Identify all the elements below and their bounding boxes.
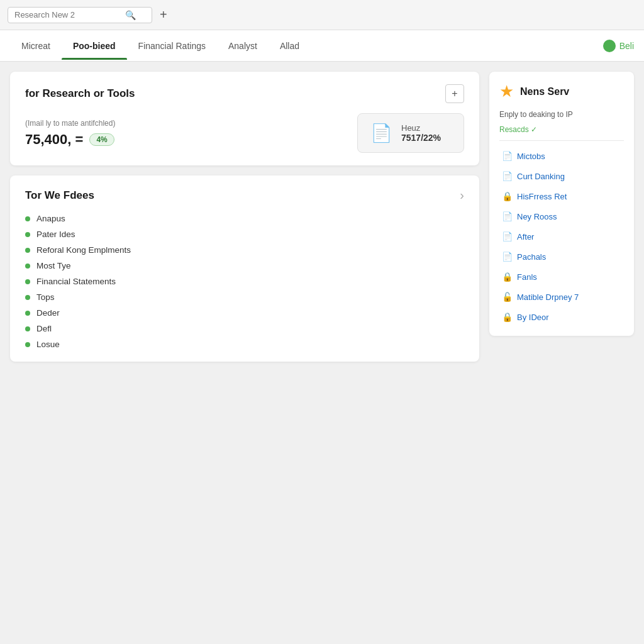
sidebar-link-label: Curt Danking (517, 172, 565, 181)
sidebar-link-item[interactable]: 🔒By IDeor (499, 308, 624, 326)
card2-title: Tor We Fdees (25, 189, 94, 202)
card1-action-button[interactable]: + (445, 84, 464, 103)
chevron-right-icon[interactable]: › (460, 188, 464, 203)
sidebar-brand: ★ Nens Serv (499, 82, 624, 101)
brand-desc: Enply to deaking to IP (499, 109, 624, 120)
card2-header: Tor We Fdees › (25, 188, 464, 203)
tab-analyst[interactable]: Analyst (217, 32, 269, 60)
bullet-icon (25, 216, 30, 221)
list-item: Deder (25, 308, 464, 318)
search-icon: 🔍 (125, 10, 136, 20)
main-layout: for Research or Tools + (Imail ly to mat… (0, 62, 644, 643)
bullet-icon (25, 326, 30, 331)
list-item: Pater Ides (25, 230, 464, 239)
search-tab: 🔍 (8, 7, 152, 23)
list-item-label: Tops (36, 292, 55, 302)
sidebar-link-item[interactable]: 📄Ney Rooss (499, 208, 624, 225)
list-item-label: Reforal Kong Emplments (36, 245, 131, 255)
list-item-label: Most Tye (36, 261, 71, 270)
sidebar-link-label: Fanls (517, 272, 537, 282)
list-item: Reforal Kong Emplments (25, 245, 464, 255)
sidebar-link-label: Mictobs (517, 152, 545, 161)
brand-check: Resacds ✓ (499, 125, 624, 134)
tab-poo-bieed[interactable]: Poo-bieed (62, 32, 127, 60)
list-item-label: Anapus (36, 214, 65, 223)
list-item: Most Tye (25, 261, 464, 270)
sidebar-link-item[interactable]: 📄Mictobs (499, 147, 624, 165)
left-column: for Research or Tools + (Imail ly to mat… (10, 72, 479, 633)
doc-icon: 📄 (502, 252, 512, 262)
list-item-label: Losue (36, 340, 60, 349)
status-circle-icon: ▶ (603, 40, 616, 52)
sidebar-link-label: Pachals (517, 252, 546, 262)
bullet-icon (25, 311, 30, 316)
lock-icon: 🔒 (502, 312, 512, 322)
sidebar-link-label: After (517, 232, 534, 242)
bullet-icon (25, 342, 30, 347)
metric-right-label: Heuz (401, 123, 441, 133)
metric-right-text: Heuz 7517/22% (401, 123, 441, 143)
sidebar-link-item[interactable]: 🔒HisFrress Ret (499, 187, 624, 205)
lock-icon: 🔒 (502, 272, 512, 282)
search-input[interactable] (14, 10, 121, 19)
doc-icon: 📄 (502, 211, 512, 221)
sidebar-link-item[interactable]: 🔒Fanls (499, 268, 624, 286)
card-research-tools: for Research or Tools + (Imail ly to mat… (10, 72, 479, 165)
metric-value-row: 75,400, = 4% (25, 131, 345, 148)
bullet-icon (25, 279, 30, 284)
sidebar-link-item[interactable]: 📄After (499, 228, 624, 245)
list-item: Tops (25, 292, 464, 302)
bullet-icon (25, 248, 30, 253)
metric-block-left: (Imail ly to mate antifchled) 75,400, = … (25, 119, 345, 148)
top-bar: 🔍 + (0, 0, 644, 30)
brand-name: Nens Serv (520, 86, 569, 97)
sidebar-link-item[interactable]: 📄Pachals (499, 248, 624, 265)
card1-title: for Research or Tools (25, 87, 135, 100)
metric-badge: 4% (89, 133, 114, 146)
sidebar-divider (499, 140, 624, 141)
sidebar-link-label: HisFrress Ret (517, 192, 567, 201)
doc-icon: 📄 (502, 171, 512, 181)
sidebar-link-label: By IDeor (517, 313, 549, 322)
lock-icon: 🔒 (502, 191, 512, 201)
metrics-row: (Imail ly to mate antifchled) 75,400, = … (25, 113, 464, 153)
metric-right-value: 7517/22% (401, 133, 441, 143)
list-item: Anapus (25, 214, 464, 223)
card1-header: for Research or Tools + (25, 84, 464, 103)
list-item: Defl (25, 324, 464, 333)
right-sidebar: ★ Nens Serv Enply to deaking to IP Resac… (489, 72, 634, 633)
bullet-icon (25, 232, 30, 237)
nav-right: ▶ Beli (603, 40, 634, 52)
tab-financial-ratings[interactable]: Financial Ratings (127, 32, 217, 60)
card-tor-we-fdees: Tor We Fdees › AnapusPater IdesReforal K… (10, 175, 479, 362)
list-item-label: Financial Statements (36, 277, 116, 286)
list-item: Losue (25, 340, 464, 349)
metric-value: 75,400, = (25, 131, 83, 148)
sidebar-link-label: Matible Drpney 7 (517, 292, 579, 302)
sidebar-link-label: Ney Rooss (517, 212, 557, 221)
doc-icon: 📄 (502, 231, 512, 242)
document-icon: 📄 (370, 123, 392, 143)
metric-label: (Imail ly to mate antifchled) (25, 119, 345, 128)
tab-micreat[interactable]: Micreat (10, 32, 62, 60)
sidebar-link-item[interactable]: 🔓Matible Drpney 7 (499, 288, 624, 306)
sidebar-link-item[interactable]: 📄Curt Danking (499, 167, 624, 185)
sidebar-card: ★ Nens Serv Enply to deaking to IP Resac… (489, 72, 634, 336)
list-item: Financial Statements (25, 277, 464, 286)
list-item-label: Pater Ides (36, 230, 75, 239)
list-item-label: Deder (36, 308, 60, 318)
nav-right-label: Beli (619, 41, 634, 51)
list-item-label: Defl (36, 324, 52, 333)
star-icon: ★ (499, 82, 514, 101)
doc-icon: 📄 (502, 151, 512, 161)
unlock-icon: 🔓 (502, 292, 512, 302)
nav-bar: Micreat Poo-bieed Financial Ratings Anal… (0, 30, 644, 62)
new-tab-button[interactable]: + (157, 8, 170, 22)
sidebar-links: 📄Mictobs📄Curt Danking🔒HisFrress Ret📄Ney … (499, 147, 624, 326)
tab-allad[interactable]: Allad (269, 32, 311, 60)
bullet-icon (25, 295, 30, 300)
metric-card-right: 📄 Heuz 7517/22% (357, 113, 464, 153)
list-items: AnapusPater IdesReforal Kong EmplmentsMo… (25, 214, 464, 349)
bullet-icon (25, 264, 30, 269)
